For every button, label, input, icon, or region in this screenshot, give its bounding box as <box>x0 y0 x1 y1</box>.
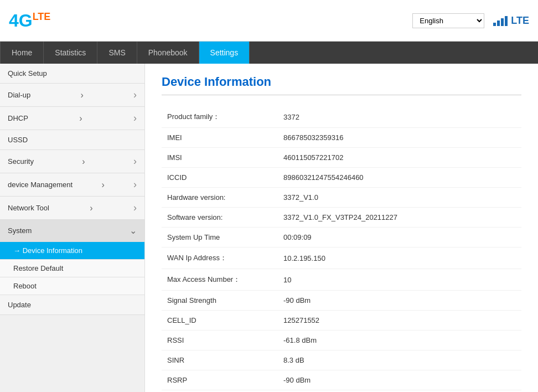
sidebar: Quick Setup Dial-up › DHCP › USSD Securi… <box>0 64 145 392</box>
table-row: RSSI -61.8 dBm <box>162 331 521 350</box>
field-label-cell-id: CELL_ID <box>162 316 283 324</box>
header-right: English LTE <box>412 13 529 28</box>
field-label-max-access: Max Access Number： <box>162 275 283 285</box>
nav-sms[interactable]: SMS <box>97 42 137 64</box>
table-row: ICCID 89860321247554246460 <box>162 168 521 188</box>
sidebar-label-dhcp: DHCP <box>8 114 28 122</box>
field-value-sinr: 8.3 dB <box>283 356 304 364</box>
lte-badge: LTE <box>511 15 529 27</box>
table-row: IMSI 460115057221702 <box>162 148 521 168</box>
main-content: Device Information Product family： 3372 … <box>145 64 538 392</box>
field-label-signal-strength: Signal Strength <box>162 296 283 305</box>
device-info-table: Product family： 3372 IMEI 86678503235931… <box>162 106 521 392</box>
field-label-rssi: RSSI <box>162 336 283 344</box>
chevron-right-icon: › <box>82 157 85 167</box>
sidebar-sub-label-reboot: Reboot <box>13 282 37 290</box>
field-value-signal-strength: -90 dBm <box>283 296 311 305</box>
field-value-cell-id: 125271552 <box>283 316 319 324</box>
chevron-right-icon: › <box>80 90 83 100</box>
bar2 <box>497 20 500 26</box>
field-label-uptime: System Up Time <box>162 233 283 241</box>
sidebar-item-dialup[interactable]: Dial-up › <box>0 84 144 107</box>
chevron-right-icon: › <box>101 180 104 190</box>
main-nav: Home Statistics SMS Phonebook Settings <box>0 42 538 64</box>
bar3 <box>501 18 504 26</box>
sidebar-sub-label-restore-default: Restore Default <box>13 264 63 272</box>
field-label-rsrp: RSRP <box>162 376 283 384</box>
header: 4GLTE English LTE <box>0 0 538 42</box>
logo: 4GLTE <box>9 12 50 29</box>
logo-4g: 4GLTE <box>9 12 50 29</box>
chevron-right-icon: › <box>79 114 82 123</box>
table-row: Software version: 3372_V1.0_FX_V3TP24_20… <box>162 208 521 228</box>
nav-settings[interactable]: Settings <box>199 42 250 64</box>
sidebar-item-quick-setup[interactable]: Quick Setup <box>0 64 144 84</box>
sidebar-label-security: Security <box>8 157 34 166</box>
table-row: Signal Strength -90 dBm <box>162 291 521 311</box>
bar4 <box>505 16 508 26</box>
sidebar-sub-label-device-information: Device Information <box>23 246 82 255</box>
field-value-imsi: 460115057221702 <box>283 153 343 162</box>
nav-home[interactable]: Home <box>0 42 44 64</box>
table-row: Product family： 3372 <box>162 106 521 128</box>
field-value-iccid: 89860321247554246460 <box>283 173 364 182</box>
table-row: Hardware version: 3372_V1.0 <box>162 188 521 208</box>
sidebar-sub-device-information[interactable]: Device Information <box>0 242 144 260</box>
sidebar-label-network-tool: Network Tool <box>8 204 49 212</box>
table-row: CELL_ID 125271552 <box>162 311 521 331</box>
sidebar-label-dialup: Dial-up <box>8 91 30 99</box>
field-label-sinr: SINR <box>162 356 283 364</box>
sidebar-sub-restore-default[interactable]: Restore Default <box>0 260 144 277</box>
field-label-sw-version: Software version: <box>162 213 283 221</box>
chevron-down-icon: ⌄ <box>130 225 137 236</box>
sidebar-item-security[interactable]: Security › <box>0 150 144 173</box>
table-row: Max Access Number： 10 <box>162 269 521 291</box>
sidebar-item-network-tool[interactable]: Network Tool › <box>0 197 144 220</box>
table-row: WAN Ip Address： 10.2.195.150 <box>162 247 521 269</box>
nav-phonebook[interactable]: Phonebook <box>137 42 199 64</box>
field-value-imei: 866785032359316 <box>283 133 343 142</box>
sidebar-item-system[interactable]: System ⌄ <box>0 220 144 242</box>
page-title: Device Information <box>162 75 521 89</box>
language-select[interactable]: English <box>412 13 484 28</box>
field-value-uptime: 00:09:09 <box>283 233 312 241</box>
sidebar-label-ussd: USSD <box>8 136 28 144</box>
field-value-product-family: 3372 <box>283 113 299 121</box>
field-label-imsi: IMSI <box>162 153 283 162</box>
sidebar-item-ussd[interactable]: USSD <box>0 130 144 150</box>
title-divider <box>162 95 521 95</box>
sidebar-item-dhcp[interactable]: DHCP › <box>0 107 144 130</box>
field-label-wan-ip: WAN Ip Address： <box>162 253 283 263</box>
sidebar-item-device-management[interactable]: device Management › <box>0 173 144 197</box>
field-label-product-family: Product family： <box>162 112 283 122</box>
field-value-wan-ip: 10.2.195.150 <box>283 254 325 262</box>
nav-statistics[interactable]: Statistics <box>44 42 97 64</box>
field-value-rsrp: -90 dBm <box>283 376 311 384</box>
logo-lte-superscript: LTE <box>33 11 51 22</box>
table-row: RSRP -90 dBm <box>162 370 521 390</box>
sidebar-label-update: Update <box>8 301 31 309</box>
field-label-hw-version: Hardware version: <box>162 193 283 202</box>
sidebar-label-device-management: device Management <box>8 180 73 189</box>
bar1 <box>493 23 496 26</box>
field-value-sw-version: 3372_V1.0_FX_V3TP24_20211227 <box>283 213 397 221</box>
signal-lte: LTE <box>493 15 529 27</box>
main-layout: Quick Setup Dial-up › DHCP › USSD Securi… <box>0 64 538 392</box>
field-label-imei: IMEI <box>162 133 283 142</box>
signal-bars-icon <box>493 15 508 26</box>
table-row: SINR 8.3 dB <box>162 350 521 370</box>
sidebar-label-system: System <box>8 226 32 235</box>
field-value-rssi: -61.8 dBm <box>283 336 317 344</box>
field-label-iccid: ICCID <box>162 173 283 182</box>
sidebar-item-update[interactable]: Update <box>0 295 144 315</box>
chevron-right-icon: › <box>90 203 92 213</box>
sidebar-label-quick-setup: Quick Setup <box>8 69 47 78</box>
table-row: System Up Time 00:09:09 <box>162 228 521 247</box>
field-value-hw-version: 3372_V1.0 <box>283 193 318 202</box>
table-row: IMEI 866785032359316 <box>162 128 521 148</box>
field-value-max-access: 10 <box>283 276 291 284</box>
sidebar-sub-reboot[interactable]: Reboot <box>0 277 144 295</box>
